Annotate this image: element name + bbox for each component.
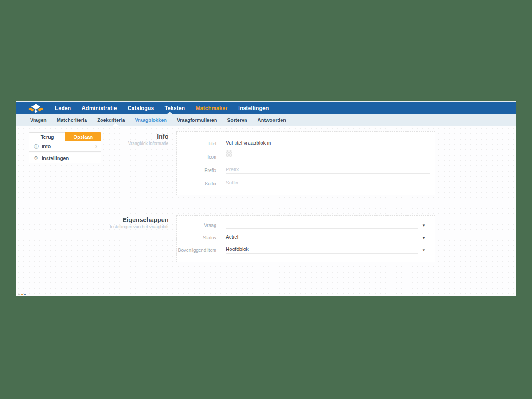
bovenliggend-item-select[interactable]: Hoofdblok ▾ bbox=[226, 246, 430, 254]
page-bottom-fragment bbox=[18, 293, 26, 295]
info-form-card: Titel Icon Prefix Suffix bbox=[176, 131, 435, 195]
field-row-bovenliggend-item: Bovenliggend item Hoofdblok ▾ bbox=[177, 243, 435, 256]
top-nav-items: Leden Administratie Catalogus Teksten Ma… bbox=[55, 105, 269, 111]
prefix-input[interactable] bbox=[226, 166, 430, 174]
properties-section-heading: Eigenschappen Instellingen van het vraag… bbox=[80, 216, 168, 229]
info-icon: ⓘ bbox=[34, 143, 42, 150]
icon-picker-swatch[interactable] bbox=[226, 150, 232, 157]
subnav-item-sorteren[interactable]: Sorteren bbox=[227, 117, 247, 123]
vraag-label: Vraag bbox=[177, 223, 216, 229]
nav-item-matchmaker[interactable]: Matchmaker bbox=[196, 105, 227, 111]
suffix-input[interactable] bbox=[226, 179, 430, 187]
brand-logo[interactable] bbox=[27, 103, 44, 113]
properties-form-card: Vraag ▾ Status Actief ▾ Bovenliggend ite… bbox=[176, 215, 435, 262]
chevron-down-icon: ▾ bbox=[418, 248, 430, 254]
suffix-label: Suffix bbox=[177, 181, 216, 187]
top-navbar: Leden Administratie Catalogus Teksten Ma… bbox=[16, 102, 516, 114]
status-label: Status bbox=[177, 235, 216, 241]
back-button[interactable]: Terug bbox=[29, 132, 65, 141]
app-window: Leden Administratie Catalogus Teksten Ma… bbox=[16, 101, 516, 296]
sub-nav-items: Vragen Matchcriteria Zoekcriteria Vraagb… bbox=[30, 117, 286, 123]
nav-item-leden[interactable]: Leden bbox=[55, 105, 71, 111]
field-row-status: Status Actief ▾ bbox=[177, 231, 435, 243]
titel-input[interactable] bbox=[226, 139, 430, 147]
sidebar-item-instellingen[interactable]: ⚙ Instellingen bbox=[29, 153, 101, 163]
nav-item-administratie[interactable]: Administratie bbox=[82, 105, 117, 111]
chevron-down-icon: ▾ bbox=[418, 235, 430, 241]
subnav-item-vraagformulieren[interactable]: Vraagformulieren bbox=[177, 117, 217, 123]
field-row-icon: Icon bbox=[177, 149, 435, 163]
section-title-info: Info bbox=[80, 133, 168, 140]
icon-label: Icon bbox=[177, 154, 216, 160]
field-row-vraag: Vraag ▾ bbox=[177, 219, 435, 231]
nav-item-catalogus[interactable]: Catalogus bbox=[128, 105, 154, 111]
diamond-logo-icon bbox=[28, 104, 44, 113]
section-subtitle-info: Vraagblok informatie bbox=[80, 141, 168, 146]
vraag-select[interactable]: ▾ bbox=[226, 221, 430, 229]
field-row-prefix: Prefix bbox=[177, 163, 435, 176]
subnav-item-vraagblokken[interactable]: Vraagblokken bbox=[135, 117, 167, 123]
subnav-item-zoekcriteria[interactable]: Zoekcriteria bbox=[97, 117, 125, 123]
subnav-item-vragen[interactable]: Vragen bbox=[30, 117, 47, 123]
sub-navbar: Vragen Matchcriteria Zoekcriteria Vraagb… bbox=[16, 114, 516, 126]
nav-item-teksten[interactable]: Teksten bbox=[164, 105, 185, 111]
field-row-suffix: Suffix bbox=[177, 176, 435, 189]
titel-label: Titel bbox=[177, 141, 216, 147]
status-select-value: Actief bbox=[226, 233, 418, 241]
subnav-item-matchcriteria[interactable]: Matchcriteria bbox=[57, 117, 87, 123]
sidebar-item-instellingen-label: Instellingen bbox=[42, 156, 97, 161]
subnav-item-antwoorden[interactable]: Antwoorden bbox=[258, 117, 286, 123]
gear-icon: ⚙ bbox=[34, 155, 42, 161]
nav-item-instellingen[interactable]: Instellingen bbox=[238, 105, 269, 111]
chevron-down-icon: ▾ bbox=[418, 223, 430, 229]
section-subtitle-eigenschappen: Instellingen van het vraagblok bbox=[80, 224, 168, 229]
section-title-eigenschappen: Eigenschappen bbox=[80, 216, 168, 223]
bovenliggend-item-select-value: Hoofdblok bbox=[226, 246, 418, 254]
prefix-label: Prefix bbox=[177, 168, 216, 174]
bovenliggend-item-label: Bovenliggend item bbox=[177, 247, 216, 254]
status-select[interactable]: Actief ▾ bbox=[226, 233, 430, 241]
field-row-titel: Titel bbox=[177, 136, 435, 149]
info-section-heading: Info Vraagblok informatie bbox=[80, 133, 168, 146]
vraag-select-value bbox=[226, 221, 418, 229]
content-area: Terug Opslaan ⓘ Info › ⚙ Instellingen In… bbox=[16, 126, 516, 296]
